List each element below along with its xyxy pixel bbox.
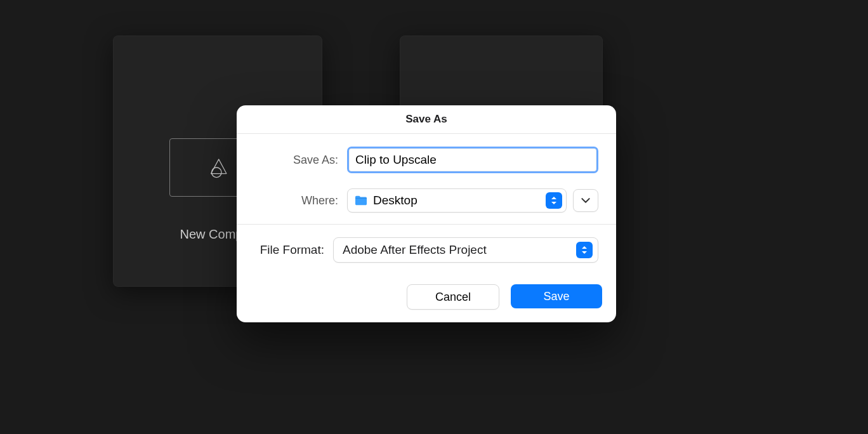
file-format-stepper-icon (576, 242, 593, 258)
save-button-label: Save (543, 290, 569, 303)
where-stepper-icon (546, 192, 562, 209)
cancel-button-label: Cancel (435, 291, 471, 304)
save-as-dialog: Save As Save As: Where: Desktop (237, 105, 616, 322)
filename-input[interactable] (347, 147, 598, 173)
row-save-as: Save As: (254, 147, 598, 173)
svg-marker-0 (211, 159, 227, 174)
cancel-button[interactable]: Cancel (407, 284, 499, 310)
row-where: Where: Desktop (254, 188, 598, 213)
file-format-value: Adobe After Effects Project (343, 243, 576, 257)
dialog-footer: Cancel Save (237, 274, 616, 322)
save-button[interactable]: Save (511, 284, 602, 308)
save-as-label: Save As: (254, 154, 338, 167)
row-file-format: File Format: Adobe After Effects Project (254, 237, 598, 263)
dialog-title: Save As (237, 105, 616, 134)
svg-point-1 (211, 168, 221, 178)
file-format-label: File Format: (254, 243, 324, 257)
dialog-body-format: File Format: Adobe After Effects Project (237, 224, 616, 274)
chevron-down-icon (581, 198, 590, 204)
where-location-select[interactable]: Desktop (347, 188, 567, 213)
folder-icon (354, 195, 368, 206)
dialog-body-top: Save As: Where: Desktop (237, 134, 616, 224)
where-value: Desktop (373, 194, 541, 207)
expand-location-button[interactable] (573, 189, 598, 212)
where-label: Where: (254, 194, 338, 207)
file-format-select[interactable]: Adobe After Effects Project (333, 237, 598, 263)
